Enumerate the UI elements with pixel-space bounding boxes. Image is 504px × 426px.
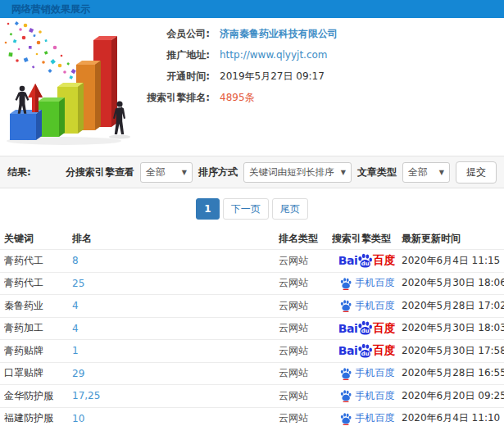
rank-count-value: 4895条: [220, 87, 255, 108]
updated-cell: 2020年5月28日 17:02: [402, 299, 504, 313]
rank-type-cell: 云网站: [279, 344, 332, 358]
table-row: 膏药贴牌 1 云网站 Bai du 百度 2020年5月30日 17:58: [0, 339, 504, 362]
results-table: 关键词 排名 排名类型 搜索引擎类型 最新更新时间 膏药代工 8 云网站 Bai…: [0, 228, 504, 426]
updated-cell: 2020年5月30日 17:58: [402, 344, 504, 358]
rank-type-cell: 云网站: [279, 321, 332, 335]
sort-select-value: 关键词由短到长排序: [249, 166, 334, 179]
table-row: 膏药代工 8 云网站 Bai du 百度 2020年6月4日 11:15: [0, 249, 504, 272]
member-info-list: 会员公司: 济南秦鲁药业科技有限公司 推广地址: http://www.qlyy…: [146, 20, 504, 154]
info-row-rank-count: 搜索引擎排名: 4895条: [146, 87, 504, 108]
mobile-baidu-logo: 手机百度: [339, 411, 395, 425]
table-body: 膏药代工 8 云网站 Bai du 百度 2020年6月4日 11:15 膏药代…: [0, 249, 504, 426]
engine-cell: Bai du 百度: [332, 252, 402, 270]
info-row-open-time: 开通时间: 2019年5月27日 09:17: [146, 66, 504, 87]
sort-filter-label: 排序方式: [198, 165, 238, 179]
info-row-url: 推广地址: http://www.qlyyjt.com: [146, 44, 504, 66]
updated-cell: 2020年6月4日 11:15: [402, 254, 504, 268]
bar-chart-illustration: [0, 20, 146, 151]
engine-cell: Bai du 百度: [332, 320, 402, 337]
rank-cell[interactable]: 17,25: [72, 390, 279, 401]
baidu-logo: Bai du 百度: [338, 252, 395, 270]
table-row: 膏药代工 25 云网站 手机百度 2020年5月30日 18:06: [0, 272, 504, 295]
rank-type-cell: 云网站: [279, 254, 332, 268]
baidu-paw-icon: [339, 277, 352, 290]
baidu-paw-icon: [339, 299, 352, 312]
company-label: 会员公司:: [146, 23, 210, 44]
baidu-paw-icon: [339, 389, 352, 402]
engine-cell: 手机百度: [332, 276, 402, 290]
engine-filter-label: 分搜索引擎查看: [66, 165, 134, 179]
growth-chart-image: [0, 20, 146, 151]
updated-cell: 2020年5月30日 18:03: [402, 321, 504, 335]
pagination: 1 下一页 尾页: [0, 188, 504, 228]
chevron-down-icon: ▼: [336, 169, 346, 176]
baidu-paw-icon: du: [356, 320, 374, 337]
keyword-cell: 秦鲁药业: [4, 299, 72, 313]
svg-text:du: du: [361, 351, 370, 357]
header-updated: 最新更新时间: [402, 232, 504, 246]
mobile-baidu-logo: 手机百度: [339, 276, 395, 290]
result-label: 结果:: [7, 165, 31, 179]
updated-cell: 2020年6月4日 11:10: [402, 411, 504, 425]
chevron-down-icon: ▼: [434, 169, 444, 176]
confetti-dots: [5, 21, 79, 79]
rank-cell[interactable]: 4: [72, 323, 279, 334]
baidu-logo: Bai du 百度: [338, 342, 395, 360]
table-row: 金华防护服 17,25 云网站 手机百度 2020年6月20日 09:25: [0, 384, 504, 407]
rank-type-cell: 云网站: [279, 411, 332, 425]
baidu-paw-icon: [339, 412, 352, 425]
keyword-cell: 福建防护服: [4, 411, 72, 425]
chevron-down-icon: ▼: [177, 169, 187, 176]
rank-cell[interactable]: 1: [72, 345, 279, 356]
promo-url-label: 推广地址:: [146, 44, 210, 66]
table-row: 膏药加工 4 云网站 Bai du 百度 2020年5月30日 18:03: [0, 317, 504, 340]
member-info-section: 会员公司: 济南秦鲁药业科技有限公司 推广地址: http://www.qlyy…: [0, 18, 504, 154]
updated-cell: 2020年5月30日 18:06: [402, 276, 504, 290]
promo-url-link[interactable]: http://www.qlyyjt.com: [220, 44, 328, 66]
next-page-button[interactable]: 下一页: [223, 198, 269, 220]
table-header-row: 关键词 排名 排名类型 搜索引擎类型 最新更新时间: [0, 228, 504, 249]
engine-select[interactable]: 全部 ▼: [140, 162, 193, 183]
header-rank: 排名: [72, 232, 279, 246]
baidu-paw-icon: du: [356, 342, 374, 360]
rank-cell[interactable]: 8: [72, 255, 279, 266]
keyword-cell: 膏药加工: [4, 321, 72, 335]
rank-cell[interactable]: 25: [72, 278, 279, 289]
submit-button[interactable]: 提交: [456, 161, 497, 184]
filter-bar: 结果: 分搜索引擎查看 全部 ▼ 排序方式 关键词由短到长排序 ▼ 文章类型 全…: [0, 156, 504, 188]
table-row: 福建防护服 10 云网站 手机百度 2020年6月4日 11:10: [0, 407, 504, 426]
rank-type-cell: 云网站: [279, 276, 332, 290]
table-row: 口罩贴牌 29 云网站 手机百度 2020年5月28日 16:55: [0, 362, 504, 385]
keyword-cell: 膏药代工: [4, 276, 72, 290]
rank-cell[interactable]: 10: [72, 413, 279, 424]
company-link[interactable]: 济南秦鲁药业科技有限公司: [220, 23, 338, 44]
engine-select-value: 全部: [146, 165, 166, 179]
article-type-value: 全部: [408, 165, 428, 179]
keyword-cell: 金华防护服: [4, 389, 72, 403]
rank-type-cell: 云网站: [279, 366, 332, 380]
rank-type-cell: 云网站: [279, 299, 332, 313]
last-page-button[interactable]: 尾页: [272, 198, 308, 220]
sort-select[interactable]: 关键词由短到长排序 ▼: [243, 162, 352, 183]
keyword-cell: 膏药代工: [4, 254, 72, 268]
mobile-baidu-logo: 手机百度: [339, 389, 395, 403]
info-row-company: 会员公司: 济南秦鲁药业科技有限公司: [146, 23, 504, 44]
svg-text:du: du: [361, 329, 370, 335]
rank-cell[interactable]: 29: [72, 368, 279, 379]
mobile-baidu-logo: 手机百度: [339, 299, 395, 313]
baidu-paw-icon: du: [356, 252, 374, 270]
mobile-baidu-logo: 手机百度: [339, 366, 395, 380]
table-row: 秦鲁药业 4 云网站 手机百度 2020年5月28日 17:02: [0, 294, 504, 317]
engine-cell: Bai du 百度: [332, 342, 402, 360]
rank-cell[interactable]: 4: [72, 300, 279, 311]
header-engine-type: 搜索引擎类型: [332, 232, 402, 246]
header-keyword: 关键词: [4, 232, 72, 246]
rank-count-label: 搜索引擎排名:: [146, 87, 210, 108]
keyword-cell: 膏药贴牌: [4, 344, 72, 358]
article-type-select[interactable]: 全部 ▼: [402, 162, 450, 183]
businessman-left: [16, 86, 30, 114]
engine-cell: 手机百度: [332, 366, 402, 380]
open-time-value: 2019年5月27日 09:17: [220, 66, 325, 87]
page-1-button[interactable]: 1: [196, 198, 219, 220]
rank-type-cell: 云网站: [279, 389, 332, 403]
